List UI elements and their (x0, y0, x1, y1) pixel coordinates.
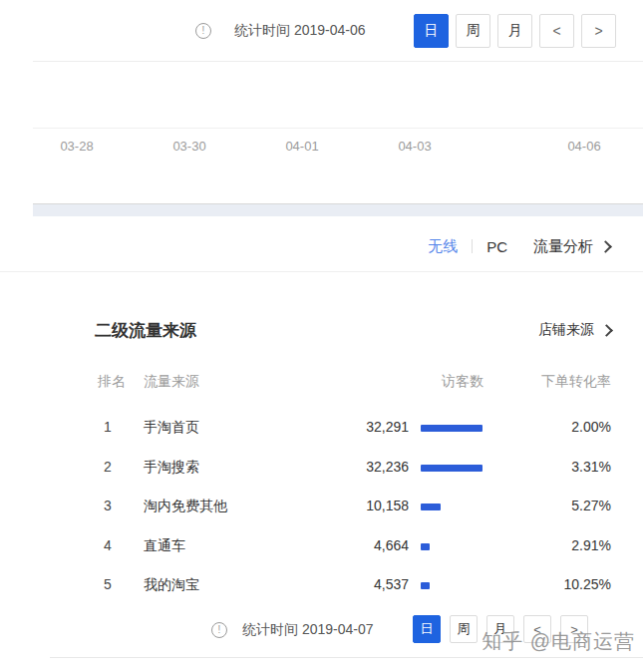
rank-cell: 4 (98, 537, 118, 553)
horizontal-scrollbar[interactable] (33, 203, 643, 216)
chevron-right-icon (599, 240, 612, 253)
rank-cell: 5 (98, 576, 118, 592)
source-cell: 我的淘宝 (144, 576, 199, 594)
col-header-source: 流量来源 (144, 373, 199, 391)
date-tick: 04-01 (285, 139, 318, 154)
tab-wireless[interactable]: 无线 (428, 237, 458, 256)
source-cell: 手淘首页 (144, 419, 199, 437)
section-title: 二级流量来源 (95, 319, 196, 342)
traffic-analysis-link[interactable]: 流量分析 (533, 237, 610, 256)
date-tick: 03-28 (60, 139, 93, 154)
shop-source-label: 店铺来源 (538, 321, 594, 339)
visitors-bar (421, 425, 482, 432)
visitors-bar (421, 465, 482, 472)
table-row: 4直通车4,6642.91% (0, 531, 643, 561)
table-row: 5我的淘宝4,53710.25% (0, 570, 643, 600)
stat-date: 2019-04-06 (294, 22, 366, 38)
col-header-rank: 排名 (98, 373, 126, 391)
chart-x-axis-line (33, 128, 643, 129)
week-button[interactable]: 周 (450, 615, 478, 643)
stat-time-label-bottom: 统计时间 2019-04-07 (242, 621, 374, 639)
visitors-cell: 32,236 (299, 459, 409, 475)
conversion-cell: 3.31% (498, 459, 611, 475)
day-button[interactable]: 日 (414, 14, 449, 48)
visitors-bar (421, 504, 441, 510)
next-button[interactable]: > (581, 14, 616, 48)
date-tick: 04-06 (567, 139, 600, 154)
section-divider (0, 271, 643, 272)
visitors-cell: 4,537 (299, 576, 409, 592)
conversion-cell: 10.25% (498, 576, 611, 592)
table-row: 1手淘首页32,2912.00% (0, 413, 643, 443)
conversion-cell: 2.91% (498, 537, 611, 553)
period-switcher-top: 日周月<> (407, 14, 616, 48)
bottom-border (50, 657, 643, 658)
tab-pc[interactable]: PC (486, 238, 507, 255)
col-header-visitors: 访客数 (384, 373, 483, 391)
week-button[interactable]: 周 (456, 14, 490, 48)
col-header-conversion: 下单转化率 (501, 373, 611, 391)
info-icon[interactable]: ! (195, 23, 211, 39)
rank-cell: 1 (98, 419, 118, 435)
date-tick: 03-30 (172, 139, 205, 154)
source-cell: 直通车 (144, 537, 185, 555)
tab-divider (472, 239, 473, 253)
conversion-cell: 5.27% (498, 498, 611, 513)
traffic-analytics-panel: ! 统计时间 2019-04-06 日周月<> 03-2803-3004-010… (0, 0, 643, 672)
prev-button[interactable]: < (539, 14, 574, 48)
visitors-cell: 10,158 (299, 498, 409, 513)
chart-top-border (33, 61, 643, 62)
month-button[interactable]: 月 (497, 14, 532, 48)
rank-cell: 2 (98, 459, 118, 475)
conversion-cell: 2.00% (498, 419, 611, 435)
rank-cell: 3 (98, 498, 118, 513)
stat-time-label: 统计时间 2019-04-06 (234, 22, 366, 40)
traffic-analysis-label: 流量分析 (533, 237, 593, 256)
info-icon[interactable]: ! (211, 622, 227, 638)
visitors-bar (421, 582, 430, 589)
table-row: 3淘内免费其他10,1585.27% (0, 492, 643, 521)
visitors-cell: 32,291 (299, 419, 409, 435)
stat-date-bottom: 2019-04-07 (302, 621, 374, 637)
source-cell: 手淘搜索 (144, 459, 199, 477)
date-tick: 04-03 (398, 139, 431, 154)
source-cell: 淘内免费其他 (144, 498, 227, 515)
device-tabs-row: 无线 PC 流量分析 (428, 235, 610, 257)
chevron-right-icon (600, 324, 613, 337)
day-button[interactable]: 日 (413, 615, 441, 643)
visitors-cell: 4,664 (299, 537, 409, 553)
shop-source-link[interactable]: 店铺来源 (538, 321, 611, 339)
visitors-bar (421, 543, 430, 550)
watermark: 知乎 @电商运营 (482, 628, 635, 655)
table-row: 2手淘搜索32,2363.31% (0, 453, 643, 483)
